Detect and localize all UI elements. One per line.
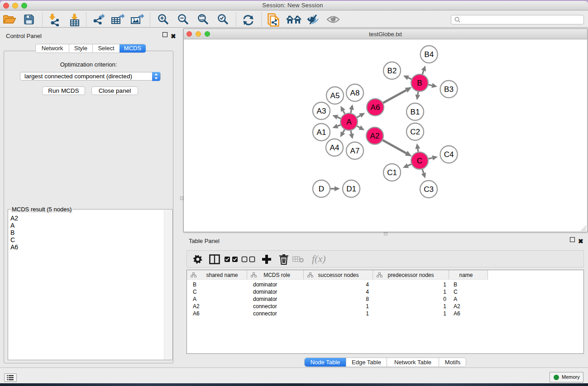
svg-text:B: B [417,79,422,87]
svg-text:A: A [346,118,352,126]
svg-text:A3: A3 [317,107,326,115]
svg-text:A2: A2 [370,132,380,140]
svg-text:A7: A7 [350,147,360,155]
svg-text:A5: A5 [330,91,340,100]
svg-text:A4: A4 [330,143,339,152]
svg-text:B4: B4 [424,50,434,59]
svg-text:C2: C2 [410,128,420,136]
svg-text:C1: C1 [387,168,397,177]
svg-text:A6: A6 [371,103,380,112]
svg-text:B3: B3 [444,85,454,94]
svg-text:A1: A1 [317,128,326,137]
svg-text:C3: C3 [424,185,434,194]
svg-text:C: C [417,157,422,165]
svg-text:B1: B1 [411,108,420,116]
svg-text:D1: D1 [346,185,356,193]
svg-text:A8: A8 [350,89,360,97]
svg-text:B2: B2 [387,67,397,75]
svg-text:D: D [319,185,324,193]
svg-text:C4: C4 [444,150,454,159]
